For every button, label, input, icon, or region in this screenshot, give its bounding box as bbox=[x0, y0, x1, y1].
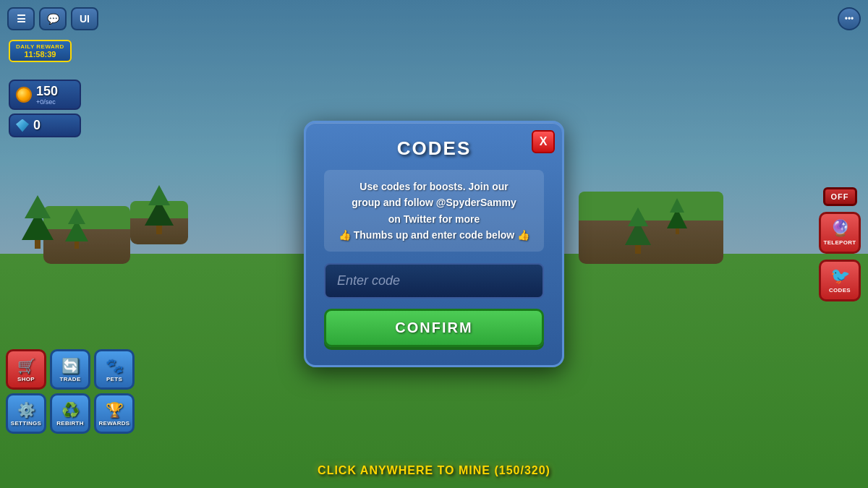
desc-line4: 👍 Thumbs up and enter code below 👍 bbox=[339, 229, 529, 241]
desc-line2: group and follow @SpyderSammy bbox=[352, 197, 516, 208]
desc-line1: Use codes for boosts. Join our bbox=[359, 181, 508, 192]
code-input-field[interactable] bbox=[324, 263, 544, 299]
confirm-button[interactable]: CONFIRM bbox=[324, 309, 544, 347]
modal-close-button[interactable]: X bbox=[532, 130, 555, 153]
modal-title: CODES bbox=[324, 137, 544, 160]
modal-backdrop: CODES X Use codes for boosts. Join our g… bbox=[0, 0, 868, 488]
close-x-icon: X bbox=[540, 135, 548, 148]
desc-line3: on Twitter for more bbox=[388, 213, 480, 225]
codes-modal: CODES X Use codes for boosts. Join our g… bbox=[304, 121, 564, 368]
modal-description: Use codes for boosts. Join our group and… bbox=[324, 170, 544, 252]
